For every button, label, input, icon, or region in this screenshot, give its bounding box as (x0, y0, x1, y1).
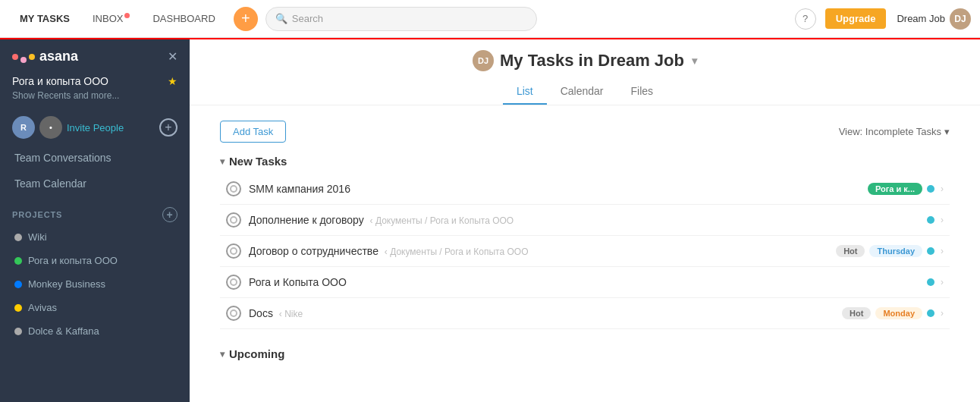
task-row: SMM кампания 2016 Рога и к... › (220, 174, 950, 205)
task-expand-icon[interactable]: › (941, 215, 944, 225)
upcoming-section-header[interactable]: ▾ Upcoming (220, 347, 950, 360)
check-inner (230, 278, 237, 286)
task-checkbox[interactable] (226, 306, 241, 321)
tab-inbox[interactable]: INBOX (82, 8, 140, 29)
task-name: Рога и Копыта ООО (249, 276, 919, 288)
task-tag-date: Thursday (869, 245, 922, 257)
favorite-star-icon[interactable]: ★ (168, 75, 177, 87)
toolbar-row: Add Task View: Incomplete Tasks ▾ (220, 121, 950, 143)
task-dot (927, 185, 934, 193)
sidebar-project-wiki[interactable]: Wiki (0, 225, 190, 249)
tabs-row: List Calendar Files (503, 79, 667, 105)
sidebar-project-monkey[interactable]: Monkey Business (0, 272, 190, 296)
task-dot (927, 247, 934, 255)
task-dot (927, 216, 934, 224)
sidebar-projects-label: PROJECTS + (0, 196, 190, 225)
task-expand-icon[interactable]: › (941, 184, 944, 194)
task-name: Договор о сотрудничестве ‹ Документы / Р… (249, 245, 828, 257)
workspace-name: Dream Job (897, 13, 945, 24)
tab-list[interactable]: List (503, 79, 547, 105)
logo-dot-pink (20, 57, 27, 63)
search-placeholder: Search (292, 13, 323, 24)
sidebar-workspace-name: Рога и копыта ООО (12, 75, 108, 87)
task-row: Договор о сотрудничестве ‹ Документы / Р… (220, 236, 950, 267)
project-dot-dolce (14, 328, 22, 335)
task-checkbox[interactable] (226, 243, 241, 259)
task-row: Рога и Копыта ООО › (220, 267, 950, 298)
view-selector[interactable]: View: Incomplete Tasks ▾ (839, 126, 950, 137)
task-breadcrumb: ‹ Документы / Рога и Копыта ООО (370, 215, 514, 226)
help-button[interactable]: ? (795, 8, 816, 30)
tab-dashboard[interactable]: DASHBOARD (142, 8, 225, 29)
new-tasks-section-header[interactable]: ▾ New Tasks (220, 155, 950, 168)
task-expand-icon[interactable]: › (941, 246, 944, 256)
main-layout: asana ✕ Рога и копыта ООО ★ Show Recents… (0, 38, 980, 402)
sidebar-item-team-calendar[interactable]: Team Calendar (0, 171, 190, 196)
task-expand-icon[interactable]: › (941, 308, 944, 319)
page-title-avatar: DJ (473, 50, 494, 71)
page-title: My Tasks in Dream Job (500, 51, 684, 71)
new-tasks-list: SMM кампания 2016 Рога и к... › Дополнен… (220, 174, 950, 329)
topbar-nav: MY TASKS INBOX DASHBOARD (9, 8, 226, 29)
sidebar-project-roga[interactable]: Рога и копыта ООО (0, 249, 190, 272)
topbar: MY TASKS INBOX DASHBOARD + 🔍 Search ? Up… (0, 0, 980, 38)
search-icon: 🔍 (275, 13, 287, 24)
task-checkbox[interactable] (226, 212, 241, 228)
task-tags: › (927, 277, 944, 287)
logo-text: asana (39, 49, 78, 64)
asana-logo-icon (12, 51, 35, 63)
task-name: Docs ‹ Nike (249, 307, 834, 319)
task-name: Дополнение к договору ‹ Документы / Рога… (249, 214, 919, 226)
upcoming-label: Upcoming (229, 347, 284, 360)
task-name: SMM кампания 2016 (249, 183, 860, 195)
tab-files[interactable]: Files (617, 79, 667, 105)
sidebar-close-icon[interactable]: ✕ (168, 49, 177, 64)
avatar-2: • (39, 116, 62, 139)
task-tag-date-monday: Monday (875, 307, 922, 319)
check-inner (230, 309, 237, 317)
sidebar-workspace-row: Рога и копыта ООО ★ (0, 72, 190, 89)
sidebar-item-team-conversations[interactable]: Team Conversations (0, 145, 190, 171)
add-task-button[interactable]: Add Task (220, 121, 286, 143)
task-checkbox[interactable] (226, 181, 241, 196)
avatar-1: R (12, 116, 35, 139)
workspace-switcher[interactable]: Dream Job DJ (897, 8, 971, 30)
project-dot-roga (14, 257, 22, 265)
content-header: DJ My Tasks in Dream Job ▾ List Calendar… (190, 38, 980, 105)
sidebar-project-avivas[interactable]: Avivas (0, 296, 190, 319)
task-row: Docs ‹ Nike Hot Monday › (220, 298, 950, 329)
task-breadcrumb: ‹ Документы / Рога и Копыта ООО (385, 247, 529, 257)
upgrade-button[interactable]: Upgrade (825, 8, 887, 29)
new-tasks-label: New Tasks (229, 155, 287, 168)
sidebar-header: asana ✕ (0, 38, 190, 72)
add-project-icon[interactable]: + (162, 207, 177, 222)
sidebar-project-dolce[interactable]: Dolce & Kaffana (0, 319, 190, 343)
inbox-dot (124, 13, 130, 18)
section-chevron-upcoming-icon: ▾ (220, 349, 225, 360)
page-title-chevron-icon[interactable]: ▾ (692, 55, 697, 67)
logo-dot-orange (29, 54, 35, 60)
content-area: DJ My Tasks in Dream Job ▾ List Calendar… (190, 38, 980, 402)
task-expand-icon[interactable]: › (941, 277, 944, 287)
task-breadcrumb: ‹ Nike (279, 309, 303, 319)
sidebar-people: R • Invite People + (0, 110, 190, 145)
check-inner (230, 216, 237, 224)
sidebar-recents[interactable]: Show Recents and more... (0, 89, 190, 110)
project-dot-monkey (14, 281, 22, 288)
invite-people-button[interactable]: Invite People (67, 122, 155, 133)
sidebar: asana ✕ Рога и копыта ООО ★ Show Recents… (0, 38, 190, 402)
add-button[interactable]: + (234, 7, 258, 31)
project-dot-avivas (14, 304, 22, 312)
task-row: Дополнение к договору ‹ Документы / Рога… (220, 205, 950, 236)
upcoming-section: ▾ Upcoming (220, 347, 950, 360)
search-box[interactable]: 🔍 Search (265, 7, 537, 31)
task-checkbox[interactable] (226, 275, 241, 290)
task-dot (927, 309, 934, 317)
add-person-button[interactable]: + (159, 118, 177, 137)
project-dot-wiki (14, 234, 22, 241)
tab-calendar[interactable]: Calendar (547, 79, 617, 105)
task-tag-hot: Hot (842, 307, 871, 319)
task-tags: Hot Thursday › (836, 245, 944, 257)
tab-my-tasks[interactable]: MY TASKS (9, 8, 80, 29)
user-avatar: DJ (950, 8, 971, 30)
